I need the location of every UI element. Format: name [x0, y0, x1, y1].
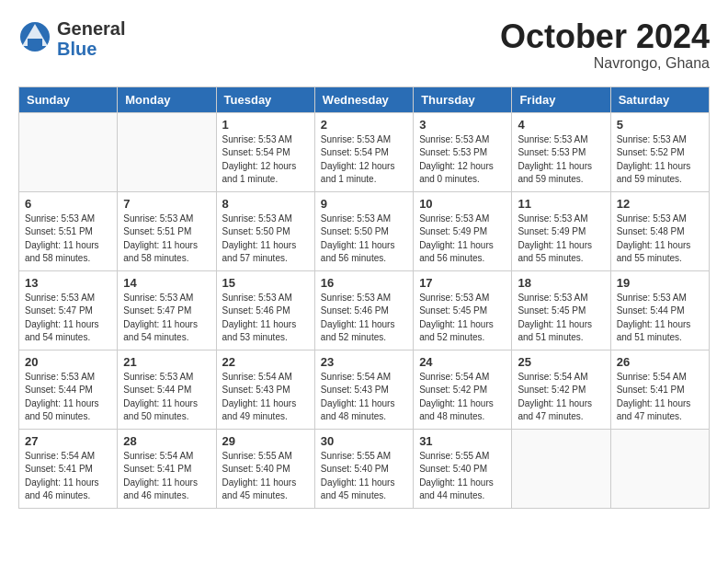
calendar-cell: 25Sunrise: 5:54 AMSunset: 5:42 PMDayligh…: [512, 350, 610, 429]
day-number: 26: [617, 355, 703, 369]
calendar-cell: 29Sunrise: 5:55 AMSunset: 5:40 PMDayligh…: [216, 429, 314, 508]
day-info: Sunrise: 5:54 AMSunset: 5:42 PMDaylight:…: [419, 371, 506, 424]
day-number: 3: [419, 118, 506, 132]
calendar-cell: 23Sunrise: 5:54 AMSunset: 5:43 PMDayligh…: [314, 350, 413, 429]
svg-rect-2: [28, 39, 42, 46]
calendar-cell: [118, 112, 216, 191]
day-number: 10: [419, 197, 506, 211]
day-info: Sunrise: 5:53 AMSunset: 5:45 PMDaylight:…: [518, 292, 604, 345]
weekday-header-monday: Monday: [118, 86, 216, 112]
weekday-header-friday: Friday: [512, 86, 610, 112]
day-info: Sunrise: 5:53 AMSunset: 5:44 PMDaylight:…: [25, 371, 111, 424]
calendar-cell: 19Sunrise: 5:53 AMSunset: 5:44 PMDayligh…: [610, 270, 709, 350]
weekday-header-saturday: Saturday: [610, 86, 709, 112]
day-info: Sunrise: 5:53 AMSunset: 5:49 PMDaylight:…: [518, 213, 604, 266]
day-info: Sunrise: 5:54 AMSunset: 5:43 PMDaylight:…: [321, 371, 407, 424]
calendar-cell: 15Sunrise: 5:53 AMSunset: 5:46 PMDayligh…: [216, 270, 314, 350]
day-number: 6: [25, 197, 111, 211]
calendar-cell: [512, 429, 610, 508]
logo-blue: Blue: [57, 39, 125, 59]
calendar-cell: 8Sunrise: 5:53 AMSunset: 5:50 PMDaylight…: [216, 191, 314, 270]
calendar-week-1: 1Sunrise: 5:53 AMSunset: 5:54 PMDaylight…: [19, 112, 710, 191]
day-info: Sunrise: 5:53 AMSunset: 5:48 PMDaylight:…: [617, 213, 703, 266]
day-info: Sunrise: 5:53 AMSunset: 5:46 PMDaylight:…: [321, 292, 407, 345]
calendar-cell: 4Sunrise: 5:53 AMSunset: 5:53 PMDaylight…: [512, 112, 610, 191]
day-number: 8: [222, 197, 309, 211]
calendar-week-2: 6Sunrise: 5:53 AMSunset: 5:51 PMDaylight…: [19, 191, 710, 270]
day-info: Sunrise: 5:53 AMSunset: 5:50 PMDaylight:…: [321, 213, 407, 266]
day-number: 17: [419, 276, 506, 290]
calendar-cell: 11Sunrise: 5:53 AMSunset: 5:49 PMDayligh…: [512, 191, 610, 270]
calendar-cell: 7Sunrise: 5:53 AMSunset: 5:51 PMDaylight…: [118, 191, 216, 270]
calendar-cell: 16Sunrise: 5:53 AMSunset: 5:46 PMDayligh…: [314, 270, 413, 350]
calendar-week-3: 13Sunrise: 5:53 AMSunset: 5:47 PMDayligh…: [19, 270, 710, 350]
day-number: 23: [321, 355, 407, 369]
day-info: Sunrise: 5:53 AMSunset: 5:53 PMDaylight:…: [419, 133, 506, 187]
weekday-header-tuesday: Tuesday: [216, 86, 314, 112]
day-info: Sunrise: 5:53 AMSunset: 5:44 PMDaylight:…: [617, 292, 703, 345]
logo-general: General: [57, 18, 125, 39]
calendar-cell: 13Sunrise: 5:53 AMSunset: 5:47 PMDayligh…: [19, 270, 118, 350]
day-number: 13: [25, 276, 111, 290]
day-number: 24: [419, 355, 506, 369]
title-area: October 2024 Navrongo, Ghana: [500, 18, 710, 72]
calendar-cell: 20Sunrise: 5:53 AMSunset: 5:44 PMDayligh…: [19, 350, 118, 429]
calendar-cell: 12Sunrise: 5:53 AMSunset: 5:48 PMDayligh…: [610, 191, 709, 270]
day-number: 29: [222, 434, 309, 448]
day-info: Sunrise: 5:53 AMSunset: 5:54 PMDaylight:…: [222, 133, 309, 187]
calendar-cell: 21Sunrise: 5:53 AMSunset: 5:44 PMDayligh…: [118, 350, 216, 429]
day-info: Sunrise: 5:54 AMSunset: 5:43 PMDaylight:…: [222, 371, 309, 424]
day-number: 1: [222, 118, 309, 132]
calendar-cell: 27Sunrise: 5:54 AMSunset: 5:41 PMDayligh…: [19, 429, 118, 508]
day-number: 4: [518, 118, 604, 132]
logo-icon: [18, 20, 51, 53]
day-info: Sunrise: 5:55 AMSunset: 5:40 PMDaylight:…: [222, 450, 309, 503]
day-info: Sunrise: 5:53 AMSunset: 5:46 PMDaylight:…: [222, 292, 309, 345]
day-info: Sunrise: 5:53 AMSunset: 5:50 PMDaylight:…: [222, 213, 309, 266]
day-info: Sunrise: 5:53 AMSunset: 5:47 PMDaylight:…: [123, 292, 210, 345]
day-info: Sunrise: 5:54 AMSunset: 5:41 PMDaylight:…: [123, 450, 210, 503]
day-info: Sunrise: 5:55 AMSunset: 5:40 PMDaylight:…: [419, 450, 506, 503]
calendar-cell: 2Sunrise: 5:53 AMSunset: 5:54 PMDaylight…: [314, 112, 413, 191]
day-number: 31: [419, 434, 506, 448]
day-number: 2: [321, 118, 407, 132]
day-number: 16: [321, 276, 407, 290]
day-number: 12: [617, 197, 703, 211]
calendar-cell: [610, 429, 709, 508]
calendar-week-5: 27Sunrise: 5:54 AMSunset: 5:41 PMDayligh…: [19, 429, 710, 508]
calendar-cell: 22Sunrise: 5:54 AMSunset: 5:43 PMDayligh…: [216, 350, 314, 429]
calendar-table: SundayMondayTuesdayWednesdayThursdayFrid…: [18, 86, 710, 509]
day-info: Sunrise: 5:53 AMSunset: 5:45 PMDaylight:…: [419, 292, 506, 345]
month-title: October 2024: [500, 18, 710, 55]
calendar-cell: 10Sunrise: 5:53 AMSunset: 5:49 PMDayligh…: [414, 191, 512, 270]
day-number: 11: [518, 197, 604, 211]
calendar-cell: 3Sunrise: 5:53 AMSunset: 5:53 PMDaylight…: [414, 112, 512, 191]
day-info: Sunrise: 5:53 AMSunset: 5:54 PMDaylight:…: [321, 133, 407, 187]
page-header: General Blue October 2024 Navrongo, Ghan…: [18, 18, 710, 72]
calendar-cell: 30Sunrise: 5:55 AMSunset: 5:40 PMDayligh…: [314, 429, 413, 508]
day-number: 25: [518, 355, 604, 369]
calendar-cell: 14Sunrise: 5:53 AMSunset: 5:47 PMDayligh…: [118, 270, 216, 350]
day-number: 22: [222, 355, 309, 369]
location: Navrongo, Ghana: [500, 55, 710, 72]
day-info: Sunrise: 5:53 AMSunset: 5:47 PMDaylight:…: [25, 292, 111, 345]
day-info: Sunrise: 5:53 AMSunset: 5:52 PMDaylight:…: [617, 133, 703, 187]
weekday-header-wednesday: Wednesday: [314, 86, 413, 112]
day-info: Sunrise: 5:54 AMSunset: 5:41 PMDaylight:…: [25, 450, 111, 503]
day-number: 21: [123, 355, 210, 369]
day-info: Sunrise: 5:53 AMSunset: 5:44 PMDaylight:…: [123, 371, 210, 424]
calendar-cell: 24Sunrise: 5:54 AMSunset: 5:42 PMDayligh…: [414, 350, 512, 429]
day-number: 18: [518, 276, 604, 290]
day-info: Sunrise: 5:54 AMSunset: 5:41 PMDaylight:…: [617, 371, 703, 424]
calendar-cell: 26Sunrise: 5:54 AMSunset: 5:41 PMDayligh…: [610, 350, 709, 429]
calendar-cell: 6Sunrise: 5:53 AMSunset: 5:51 PMDaylight…: [19, 191, 118, 270]
weekday-header-sunday: Sunday: [19, 86, 118, 112]
calendar-week-4: 20Sunrise: 5:53 AMSunset: 5:44 PMDayligh…: [19, 350, 710, 429]
day-number: 30: [321, 434, 407, 448]
day-number: 20: [25, 355, 111, 369]
calendar-cell: 31Sunrise: 5:55 AMSunset: 5:40 PMDayligh…: [414, 429, 512, 508]
calendar-cell: 28Sunrise: 5:54 AMSunset: 5:41 PMDayligh…: [118, 429, 216, 508]
day-number: 5: [617, 118, 703, 132]
day-number: 19: [617, 276, 703, 290]
calendar-cell: 17Sunrise: 5:53 AMSunset: 5:45 PMDayligh…: [414, 270, 512, 350]
